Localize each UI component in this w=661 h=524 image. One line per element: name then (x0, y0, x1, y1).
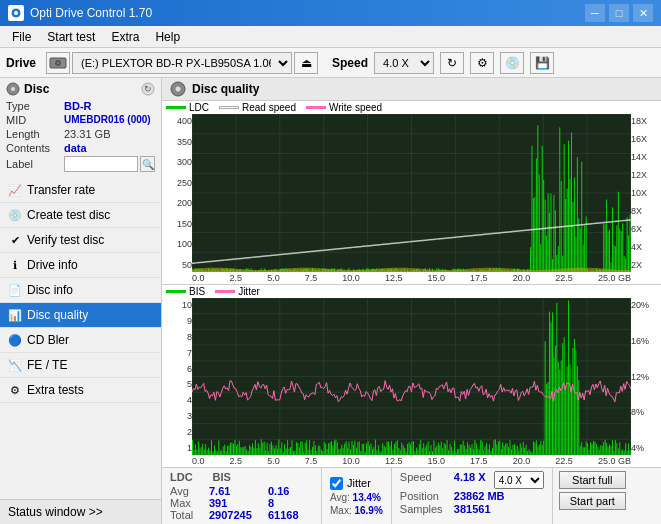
jitter-label: Jitter (347, 477, 371, 489)
sidebar-item-transfer-rate[interactable]: 📈 Transfer rate (0, 178, 161, 203)
max-bis: 8 (268, 497, 313, 509)
disc-info-label: Disc info (27, 283, 73, 297)
toolbar: Drive (E:) PLEXTOR BD-R PX-LB950SA 1.06 … (0, 48, 661, 78)
close-button[interactable]: ✕ (633, 4, 653, 22)
menu-start-test[interactable]: Start test (39, 28, 103, 46)
upper-chart-inner: 40035030025020015010050 18X16X14X12X10X8… (162, 114, 661, 272)
verify-test-disc-icon: ✔ (8, 233, 22, 247)
sidebar-item-disc-info[interactable]: 📄 Disc info (0, 278, 161, 303)
speed-info-section: Speed 4.18 X 4.0 X Position 23862 MB Sam… (392, 468, 553, 524)
upper-legend: LDC Read speed Write speed (162, 101, 661, 114)
app-icon (8, 5, 24, 21)
sidebar-item-cd-bler[interactable]: 🔵 CD Bler (0, 328, 161, 353)
jitter-checkbox[interactable] (330, 477, 343, 490)
eject-button[interactable]: ⏏ (294, 52, 318, 74)
svg-point-10 (176, 87, 181, 92)
app-title: Opti Drive Control 1.70 (30, 6, 152, 20)
content-area: Disc quality LDC Read speed (162, 78, 661, 524)
total-bis: 61168 (268, 509, 313, 521)
svg-point-1 (14, 11, 18, 15)
disc-quality-icon: 📊 (8, 308, 22, 322)
quality-panel-icon (170, 81, 186, 97)
upper-chart-area (192, 114, 631, 272)
menu-file[interactable]: File (4, 28, 39, 46)
disc-refresh-icon[interactable]: ↻ (141, 82, 155, 96)
quality-panel-title: Disc quality (192, 82, 259, 96)
samples-label: Samples (400, 503, 450, 515)
transfer-rate-icon: 📈 (8, 183, 22, 197)
start-part-button[interactable]: Start part (559, 492, 626, 510)
upper-y-axis-right: 18X16X14X12X10X8X6X4X2X (631, 114, 661, 272)
label-input[interactable] (64, 156, 138, 172)
contents-value: data (64, 142, 87, 154)
lower-y-axis-right: 20%16%12%8%4% (631, 298, 661, 455)
bis-legend-dot (166, 290, 186, 293)
title-bar: Opti Drive Control 1.70 ─ □ ✕ (0, 0, 661, 26)
contents-label: Contents (6, 142, 64, 154)
lower-y-axis-left: 10987654321 (162, 298, 192, 455)
drive-info-icon: ℹ (8, 258, 22, 272)
disc-section-label: Disc (24, 82, 49, 96)
menu-help[interactable]: Help (147, 28, 188, 46)
upper-y-axis-left: 40035030025020015010050 (162, 114, 192, 272)
ldc-legend-dot (166, 106, 186, 109)
upper-chart-canvas (192, 114, 631, 272)
jitter-max: 16.9% (354, 505, 382, 516)
speed-label: Speed (332, 56, 368, 70)
lower-chart-inner: 10987654321 20%16%12%8%4% (162, 298, 661, 455)
read-speed-legend-label: Read speed (242, 102, 296, 113)
bis-legend-label: BIS (189, 286, 205, 297)
write-speed-legend-label: Write speed (329, 102, 382, 113)
start-full-button[interactable]: Start full (559, 471, 626, 489)
main-layout: Disc ↻ Type BD-R MID UMEBDR016 (000) Len… (0, 78, 661, 524)
ldc-legend-label: LDC (189, 102, 209, 113)
speed-info-value: 4.18 X (454, 471, 486, 489)
jitter-avg: 13.4% (353, 492, 381, 503)
avg-ldc: 7.61 (209, 485, 264, 497)
max-label: Max (170, 497, 205, 509)
refresh-button[interactable]: ↻ (440, 52, 464, 74)
settings-button[interactable]: ⚙ (470, 52, 494, 74)
sidebar-nav: 📈 Transfer rate 💿 Create test disc ✔ Ver… (0, 178, 161, 499)
speed-select[interactable]: 4.0 X (374, 52, 434, 74)
drive-label: Drive (6, 56, 36, 70)
menu-extra[interactable]: Extra (103, 28, 147, 46)
sidebar-item-drive-info[interactable]: ℹ Drive info (0, 253, 161, 278)
disc-quality-label: Disc quality (27, 308, 88, 322)
status-window-button[interactable]: Status window >> (0, 499, 161, 524)
speed-select-stats[interactable]: 4.0 X (494, 471, 544, 489)
sidebar-item-create-test-disc[interactable]: 💿 Create test disc (0, 203, 161, 228)
minimize-button[interactable]: ─ (585, 4, 605, 22)
sidebar-item-fe-te[interactable]: 📉 FE / TE (0, 353, 161, 378)
sidebar-item-verify-test-disc[interactable]: ✔ Verify test disc (0, 228, 161, 253)
drive-info-label: Drive info (27, 258, 78, 272)
charts-area: LDC Read speed Write speed 4003503002502… (162, 101, 661, 524)
bis-header: BIS (213, 471, 231, 483)
lower-chart-area (192, 298, 631, 455)
avg-bis: 0.16 (268, 485, 313, 497)
total-ldc: 2907245 (209, 509, 264, 521)
fe-te-label: FE / TE (27, 358, 67, 372)
fe-te-icon: 📉 (8, 358, 22, 372)
svg-point-4 (57, 62, 59, 64)
speed-info-label: Speed (400, 471, 450, 489)
lower-legend: BIS Jitter (162, 285, 661, 298)
maximize-button[interactable]: □ (609, 4, 629, 22)
mid-value: UMEBDR016 (000) (64, 114, 151, 126)
quality-panel-header: Disc quality (162, 78, 661, 101)
disc-button[interactable]: 💿 (500, 52, 524, 74)
drive-icon (46, 52, 70, 74)
max-ldc: 391 (209, 497, 264, 509)
extra-tests-label: Extra tests (27, 383, 84, 397)
label-label: Label (6, 158, 64, 170)
title-controls: ─ □ ✕ (585, 4, 653, 22)
sidebar-item-disc-quality[interactable]: 📊 Disc quality (0, 303, 161, 328)
menu-bar: File Start test Extra Help (0, 26, 661, 48)
cd-bler-icon: 🔵 (8, 333, 22, 347)
label-search-button[interactable]: 🔍 (140, 156, 155, 172)
sidebar-item-extra-tests[interactable]: ⚙ Extra tests (0, 378, 161, 403)
drive-select[interactable]: (E:) PLEXTOR BD-R PX-LB950SA 1.06 (72, 52, 292, 74)
create-test-disc-icon: 💿 (8, 208, 22, 222)
save-button[interactable]: 💾 (530, 52, 554, 74)
length-value: 23.31 GB (64, 128, 110, 140)
